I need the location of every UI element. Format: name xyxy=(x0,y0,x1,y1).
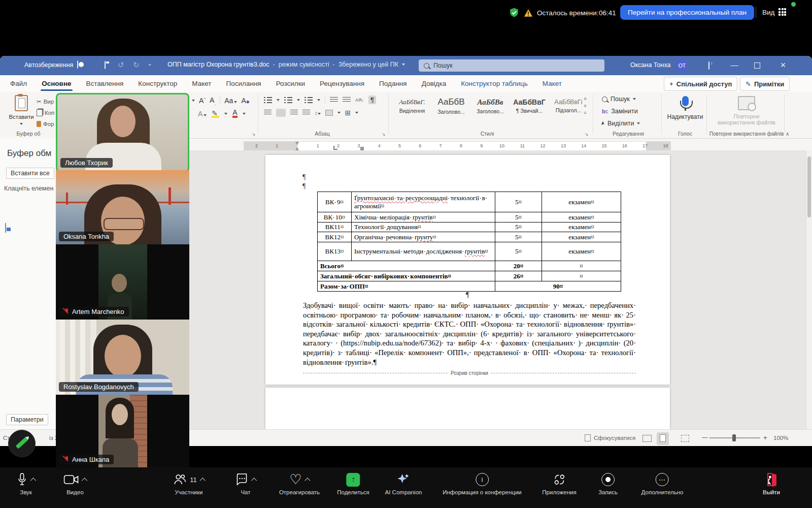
tab-stop-marker[interactable] xyxy=(333,146,337,150)
shrink-font-button[interactable]: А˯ xyxy=(210,96,216,106)
ruler[interactable]: 12345678910111213141516171821 xyxy=(244,141,671,151)
record-button[interactable]: Запись xyxy=(598,471,618,495)
line-spacing-icon[interactable]: ↕ xyxy=(315,110,321,116)
tab-table-layout[interactable]: Макет xyxy=(540,75,564,92)
avatar[interactable]: ОТ xyxy=(676,59,688,72)
share-screen-button[interactable]: ↑ Поделиться xyxy=(337,471,369,495)
leave-button[interactable]: Выйти xyxy=(763,471,780,495)
video-tile[interactable]: Любов Тхорик xyxy=(56,93,189,172)
styles-scroll[interactable]: ∧∨≡ xyxy=(582,95,589,116)
read-mode-icon[interactable] xyxy=(642,435,652,442)
autosave-toggle[interactable] xyxy=(77,60,78,69)
paragraph-dialog-launcher[interactable]: ↘ xyxy=(382,132,386,137)
participants-button[interactable]: 11 Участники xyxy=(173,471,205,495)
replace-button[interactable]: bcЗамінити xyxy=(602,108,638,115)
clear-format-button[interactable]: А◆ xyxy=(241,97,249,105)
zoom-out-button[interactable]: — xyxy=(702,434,708,440)
borders-icon[interactable]: ⊞ xyxy=(345,110,351,116)
indent-marker[interactable] xyxy=(360,147,364,150)
sort-icon[interactable]: АЯ↓ xyxy=(355,98,364,103)
multilevel-list-icon[interactable] xyxy=(304,97,313,103)
undo-icon[interactable]: ↺ xyxy=(118,60,124,70)
video-button[interactable]: Видео xyxy=(64,471,87,495)
print-layout-icon[interactable] xyxy=(657,432,669,445)
tab-help[interactable]: Довідка xyxy=(420,75,449,92)
align-center-icon[interactable] xyxy=(276,109,286,117)
collapse-ribbon-icon[interactable]: ∧ xyxy=(786,131,789,137)
more-button[interactable]: ⋯ Дополнительно xyxy=(641,471,684,495)
zoom-level[interactable]: 100% xyxy=(773,435,788,441)
bullets-icon[interactable] xyxy=(264,97,272,103)
redo-icon[interactable]: ↻ xyxy=(133,60,140,70)
audio-options-chevron[interactable] xyxy=(30,478,36,483)
video-tile[interactable]: Artem Marchenko xyxy=(56,244,189,320)
view-grid-icon[interactable] xyxy=(779,8,786,16)
style-card[interactable]: АаБбВв Заголово... xyxy=(471,96,509,114)
zoom-in-button[interactable]: + xyxy=(763,434,767,441)
pane-options-button[interactable]: Параметри xyxy=(6,414,48,425)
save-icon[interactable] xyxy=(105,61,106,69)
increase-indent-icon[interactable] xyxy=(343,97,351,103)
tab-insert[interactable]: Вставлення xyxy=(84,75,126,92)
video-tile[interactable]: Oksana Tonkha xyxy=(56,170,189,244)
tab-layout[interactable]: Макет xyxy=(190,75,213,92)
change-case-button[interactable]: Аа xyxy=(224,97,237,105)
participants-chevron[interactable] xyxy=(199,478,205,483)
copy-button[interactable]: Коп xyxy=(37,107,54,118)
highlight-button[interactable]: ✎ xyxy=(212,109,219,118)
view-menu-label[interactable]: Вид xyxy=(762,9,774,16)
justify-icon[interactable] xyxy=(302,110,310,116)
tab-home[interactable]: Основне xyxy=(40,75,73,92)
document-page[interactable]: ¶ ¶ ВК· 9¤ Ґрунтозахисні· та· ресурсооща… xyxy=(265,155,670,385)
search-box[interactable]: Пошук xyxy=(419,59,604,72)
tab-table-design[interactable]: Конструктор таблиць xyxy=(459,75,530,92)
zoom-slider-thumb[interactable] xyxy=(732,434,736,441)
video-options-chevron[interactable] xyxy=(82,478,87,483)
align-right-icon[interactable] xyxy=(290,110,298,116)
shading-icon[interactable] xyxy=(325,110,333,116)
style-card[interactable]: АаБбВ Заголово... xyxy=(432,95,470,115)
show-marks-button[interactable]: ¶ xyxy=(368,96,376,104)
document-page-next[interactable] xyxy=(265,388,670,429)
font-color-button[interactable]: А xyxy=(232,109,237,118)
tab-review[interactable]: Рецензування xyxy=(318,75,366,92)
select-button[interactable]: Виділити xyxy=(602,120,640,127)
styles-dialog-launcher[interactable]: ↘ xyxy=(585,132,589,137)
doc-title-group[interactable]: ОПП магістр Охорона грунтів3.doc - режим… xyxy=(167,61,405,68)
annotate-button[interactable] xyxy=(8,430,36,457)
tab-file[interactable]: Файл xyxy=(8,75,29,92)
ai-companion-button[interactable]: AI Companion xyxy=(385,471,422,495)
audio-button[interactable]: Звук xyxy=(17,471,36,495)
decrease-indent-icon[interactable] xyxy=(330,97,338,103)
dictate-button[interactable]: Надиктувати xyxy=(666,96,704,120)
react-button[interactable]: ♡ Отреагировать xyxy=(279,471,320,495)
clipboard-item-icon[interactable] xyxy=(5,223,6,233)
ribbon-options-icon[interactable] xyxy=(708,61,709,70)
text-effects-button[interactable]: А xyxy=(198,110,207,118)
reuse-files-button[interactable]: Повторневикористання файлів xyxy=(710,96,783,125)
qat-customize-icon[interactable] xyxy=(148,64,151,66)
chat-button[interactable]: Чат xyxy=(235,471,256,495)
video-tile[interactable]: Анна Шкапа xyxy=(56,395,189,467)
components-table[interactable]: ВК· 9¤ Ґрунтозахисні· та· ресурсоощадні·… xyxy=(317,192,621,292)
align-left-icon[interactable] xyxy=(264,110,272,116)
paste-button[interactable]: Вставити xyxy=(7,95,36,126)
upgrade-plan-button[interactable]: Перейти на профессиональный план xyxy=(620,5,754,20)
cut-button[interactable]: ✂Вир xyxy=(37,96,54,107)
style-card[interactable]: АаБбВвГ ¶ Звичай... xyxy=(511,96,548,114)
chat-chevron[interactable] xyxy=(251,478,257,483)
comments-button[interactable]: ✎ Примітки xyxy=(740,77,790,91)
share-button[interactable]: ⍖ Спільний доступ xyxy=(664,77,737,91)
tab-view[interactable]: Подання xyxy=(377,75,409,92)
web-layout-icon[interactable] xyxy=(681,435,689,442)
style-card[interactable]: АаБбВвГ. Виділення xyxy=(393,96,431,114)
tab-design[interactable]: Конструктор xyxy=(136,75,179,92)
react-chevron[interactable] xyxy=(304,478,310,483)
paste-all-button[interactable]: Вставити все xyxy=(6,168,54,179)
meeting-info-button[interactable]: i Информация о конференции xyxy=(443,471,522,495)
video-tile[interactable]: Rostyslav Bogdanovych xyxy=(56,320,189,395)
doc-scrollbar-thumb[interactable] xyxy=(807,156,811,217)
minimize-button[interactable]: — xyxy=(727,60,742,69)
tab-references[interactable]: Посилання xyxy=(224,75,263,92)
format-painter-button[interactable]: Фор xyxy=(37,118,54,129)
